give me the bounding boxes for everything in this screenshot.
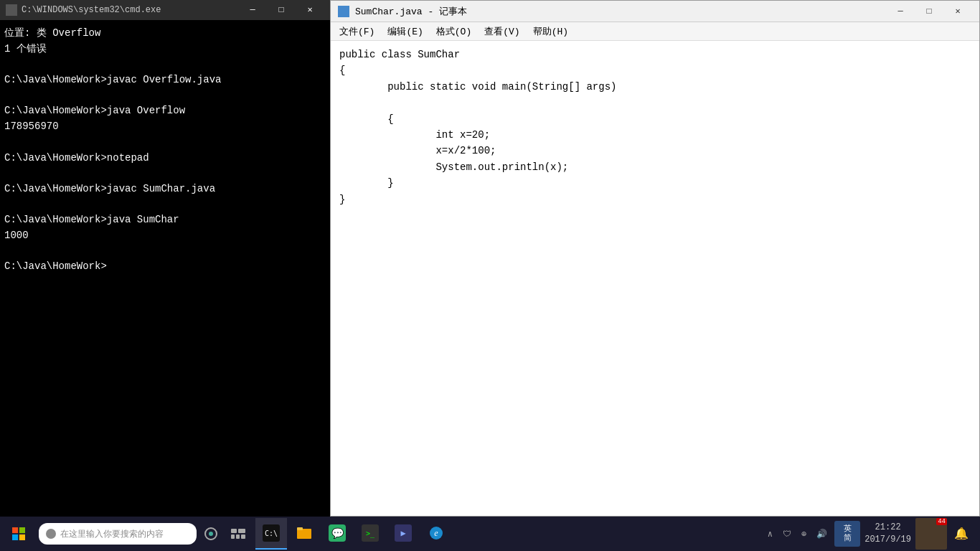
cmd-maximize-button[interactable]: □ [267, 0, 296, 20]
cortana-button[interactable] [198, 518, 224, 550]
notepad-window-controls: ─ □ ✕ [886, 1, 972, 22]
taskbar-apps: C:\ 💬 >_ ▶ [255, 518, 452, 550]
lang-primary: 英 [844, 524, 852, 534]
tray-network-icon[interactable]: ⊕ [798, 527, 809, 541]
notepad-maximize-button[interactable]: □ [915, 1, 943, 22]
notepad-title: SumChar.java - 记事本 [355, 5, 467, 18]
user-avatar[interactable]: 44 [915, 518, 947, 550]
cmd-icon [6, 4, 17, 16]
clock-time: 21:22 [864, 522, 911, 534]
task-view-icon [231, 529, 245, 539]
lang-secondary: 简 [844, 534, 852, 543]
notepad-close-button[interactable]: ✕ [943, 1, 972, 22]
svg-rect-7 [238, 529, 245, 533]
svg-rect-10 [241, 534, 245, 539]
cortana-icon [204, 527, 218, 541]
clock-date: 2017/9/19 [864, 534, 911, 546]
cmd-taskbar-icon: C:\ [263, 524, 280, 542]
tray-shield-icon[interactable]: 🛡 [780, 527, 794, 541]
cmd-content: 位置: 类 Overflow 1 个错误 C:\Java\HomeWork>ja… [0, 20, 330, 281]
system-clock[interactable]: 21:22 2017/9/19 [864, 522, 911, 546]
taskbar-app-5[interactable]: ▶ [387, 518, 419, 550]
notepad-menubar: 文件(F) 编辑(E) 格式(O) 查看(V) 帮助(H) [331, 22, 979, 41]
cmd-titlebar: C:\WINDOWS\system32\cmd.exe ─ □ ✕ [0, 0, 330, 20]
notepad-titlebar: SumChar.java - 记事本 ─ □ ✕ [331, 1, 979, 22]
system-tray: ∧ 🛡 ⊕ 🔊 英 简 21:22 2017/9/19 44 🔔 [765, 518, 977, 550]
menu-edit[interactable]: 编辑(E) [382, 24, 428, 39]
notification-badge: 44 [936, 518, 947, 525]
cmd-minimize-button[interactable]: ─ [238, 0, 267, 20]
svg-rect-3 [19, 534, 25, 540]
search-placeholder: 在这里输入你要搜索的内容 [60, 528, 164, 540]
taskbar: 在这里输入你要搜索的内容 C:\ [0, 517, 980, 551]
terminal-taskbar-icon: >_ [362, 524, 379, 542]
notepad-icon [338, 6, 349, 17]
explorer-taskbar-icon [296, 524, 313, 542]
svg-text:e: e [434, 528, 438, 538]
tray-speaker-icon[interactable]: 🔊 [814, 527, 830, 541]
start-button[interactable] [3, 518, 34, 550]
wechat-taskbar-icon: 💬 [329, 524, 346, 542]
cmd-window-controls: ─ □ ✕ [238, 0, 324, 20]
language-badge[interactable]: 英 简 [834, 521, 860, 547]
search-icon [46, 529, 56, 539]
svg-rect-2 [12, 534, 18, 540]
tray-overflow-icon[interactable]: ∧ [765, 527, 776, 541]
taskbar-app-explorer[interactable] [288, 518, 320, 550]
menu-format[interactable]: 格式(O) [430, 24, 477, 39]
svg-rect-12 [297, 527, 303, 530]
menu-view[interactable]: 查看(V) [479, 24, 525, 39]
taskbar-app-ie[interactable]: e [420, 518, 452, 550]
svg-rect-0 [12, 527, 18, 533]
menu-help[interactable]: 帮助(H) [527, 24, 574, 39]
taskbar-search-box[interactable]: 在这里输入你要搜索的内容 [39, 523, 197, 545]
taskbar-app-wechat[interactable]: 💬 [321, 518, 353, 550]
taskbar-app-terminal[interactable]: >_ [354, 518, 386, 550]
svg-rect-11 [297, 529, 311, 539]
menu-file[interactable]: 文件(F) [334, 24, 380, 39]
notepad-window: SumChar.java - 记事本 ─ □ ✕ 文件(F) 编辑(E) 格式(… [330, 0, 980, 517]
svg-point-5 [209, 532, 213, 536]
app5-taskbar-icon: ▶ [395, 524, 412, 542]
svg-rect-6 [231, 529, 237, 533]
notepad-editor[interactable]: public class SumChar { public static voi… [331, 41, 979, 516]
task-view-button[interactable] [225, 518, 251, 550]
cmd-close-button[interactable]: ✕ [296, 0, 324, 20]
cmd-window: C:\WINDOWS\system32\cmd.exe ─ □ ✕ 位置: 类 … [0, 0, 330, 517]
ie-taskbar-icon: e [428, 524, 445, 542]
svg-rect-1 [19, 527, 25, 533]
svg-rect-8 [231, 534, 235, 539]
tray-notification-icon[interactable]: 🔔 [951, 525, 971, 542]
svg-rect-9 [236, 534, 240, 539]
taskbar-app-cmd[interactable]: C:\ [255, 518, 287, 550]
windows-logo-icon [12, 527, 25, 540]
cmd-title: C:\WINDOWS\system32\cmd.exe [22, 4, 161, 17]
notepad-minimize-button[interactable]: ─ [886, 1, 915, 22]
